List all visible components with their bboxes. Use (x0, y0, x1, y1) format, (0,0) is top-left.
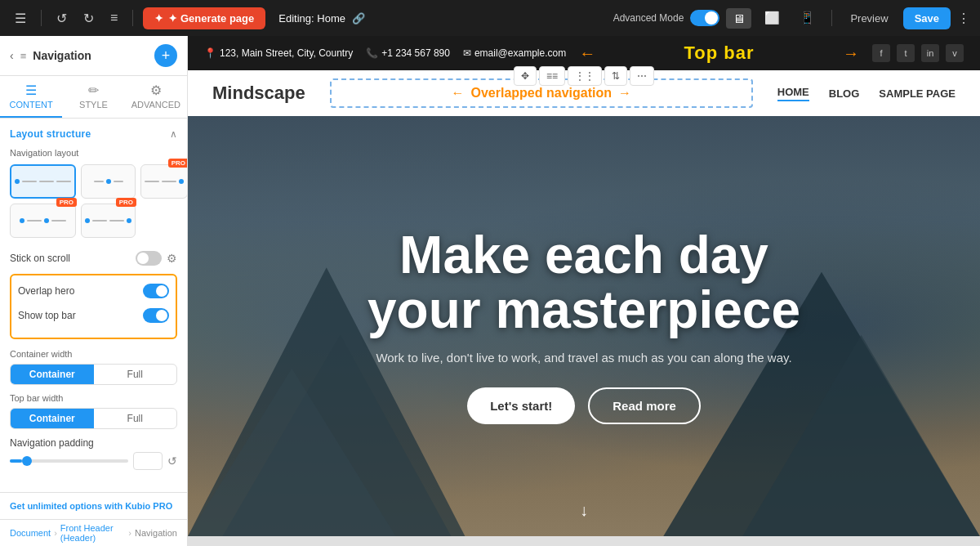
breadcrumb: Document › Front Header (Header) › Navig… (0, 519, 187, 546)
layout-dots-3 (145, 179, 184, 184)
footer-promo-text: Get unlimited options with Kubio PRO (10, 501, 177, 511)
tab-content[interactable]: ☰ CONTENT (0, 76, 62, 118)
advanced-mode-toggle[interactable] (690, 10, 719, 26)
section-collapse-button[interactable]: ∧ (170, 128, 177, 140)
layout-option-4[interactable]: PRO (10, 204, 76, 238)
tab-advanced[interactable]: ⚙ ADVANCED (125, 76, 187, 118)
advanced-mode-label: Advanced Mode (613, 12, 684, 24)
show-top-bar-row: Show top bar (18, 307, 169, 324)
style-tab-label: STYLE (79, 100, 108, 110)
redo-button[interactable]: ↻ (78, 7, 99, 29)
nav-item-blog[interactable]: BLOG (829, 87, 860, 100)
container-width-full[interactable]: Full (94, 365, 177, 384)
breadcrumb-sep-2: › (128, 528, 131, 538)
editing-label: Editing: Home 🔗 (278, 12, 364, 25)
top-bar-width-toggle: Container Full (10, 408, 177, 429)
menu-button[interactable]: ☰ (10, 7, 31, 29)
layout-option-3[interactable]: PRO (140, 164, 187, 199)
linkedin-icon[interactable]: in (921, 44, 939, 62)
facebook-icon[interactable]: f (872, 44, 890, 62)
layout-option-1[interactable] (10, 164, 76, 199)
nav-tb-dots[interactable]: ⋮⋮ (568, 66, 602, 86)
nav-tb-layout[interactable]: ≡≡ (539, 66, 565, 86)
nav-item-sample[interactable]: SAMPLE PAGE (879, 87, 956, 100)
top-bar-width-container[interactable]: Container (11, 409, 94, 428)
site-logo: Mindscape (212, 83, 305, 104)
topbar-title: Top bar (608, 43, 830, 64)
top-bar-width-label: Top bar width (10, 393, 177, 403)
dot-4-1 (20, 218, 24, 223)
tab-style[interactable]: ✏ STYLE (62, 76, 124, 118)
advanced-tab-icon: ⚙ (150, 83, 162, 98)
phone-icon: 📞 (366, 47, 378, 59)
nav-item-home[interactable]: HOME (777, 86, 809, 101)
more-options-button[interactable]: ⋮ (957, 11, 970, 26)
breadcrumb-document[interactable]: Document (10, 528, 51, 538)
email-icon: ✉ (463, 47, 471, 59)
show-top-bar-toggle[interactable] (143, 308, 169, 323)
layout-dots-4 (20, 218, 66, 223)
logo-dot (15, 179, 20, 184)
overlap-hero-label: Overlap hero (18, 285, 74, 297)
dot-4-2 (44, 218, 49, 223)
nav-padding-slider-row: ↺ (10, 452, 177, 470)
mobile-view-button[interactable]: 📱 (793, 7, 822, 29)
stick-on-scroll-row: Stick on scroll ⚙ (10, 249, 177, 267)
topbar-contact: 📍 123, Main Street, City, Country 📞 +1 2… (204, 47, 566, 59)
nav-items: HOME BLOG SAMPLE PAGE (777, 86, 956, 101)
twitter-icon[interactable]: t (897, 44, 915, 62)
stick-on-scroll-label: Stick on scroll (10, 253, 70, 264)
sidebar-back-button[interactable]: ‹ (10, 49, 14, 62)
layout-dots-1 (15, 179, 71, 184)
tablet-view-button[interactable]: ⬜ (758, 7, 786, 29)
nav-tb-arrows[interactable]: ⇅ (604, 66, 627, 86)
hero-scroll-arrow[interactable]: ↓ (580, 501, 588, 520)
right-logo-dot (179, 179, 184, 184)
topbar-social: f t in v (872, 44, 964, 62)
nav-padding-track[interactable] (10, 459, 128, 463)
nav-padding-label: Navigation padding (10, 437, 177, 449)
line-5-1 (92, 220, 107, 222)
vimeo-icon[interactable]: v (946, 44, 964, 62)
top-toolbar: ☰ ↺ ↻ ≡ ✦ ✦ Generate page Editing: Home … (0, 0, 980, 36)
layout-dots-5 (85, 218, 131, 223)
container-width-container[interactable]: Container (11, 365, 94, 384)
location-icon: 📍 (204, 47, 216, 59)
preview-button[interactable]: Preview (842, 7, 896, 29)
breadcrumb-front-header[interactable]: Front Header (Header) (60, 523, 126, 543)
nav-sm-line-2 (114, 181, 123, 182)
stick-on-scroll-toggle[interactable] (136, 251, 162, 266)
layout-option-2[interactable] (81, 164, 136, 199)
canvas-area: 📍 123, Main Street, City, Country 📞 +1 2… (188, 36, 980, 546)
site-topbar: 📍 123, Main Street, City, Country 📞 +1 2… (188, 36, 980, 70)
pro-badge-3: PRO (168, 159, 187, 168)
stick-on-scroll-settings[interactable]: ⚙ (167, 252, 177, 265)
layout-structure-section: Layout structure ∧ (10, 128, 177, 140)
undo-button[interactable]: ↺ (51, 7, 72, 29)
slider-thumb[interactable] (22, 456, 32, 466)
main-layout: ‹ ≡ Navigation + ☰ CONTENT ✏ STYLE ⚙ ADV… (0, 36, 980, 546)
layout-option-5[interactable]: PRO (81, 204, 136, 238)
overlap-hero-toggle[interactable] (143, 284, 169, 298)
overlap-arrow-right: → (618, 86, 631, 101)
history-button[interactable]: ≡ (105, 7, 122, 29)
nav-toolbar: ✥ ≡≡ ⋮⋮ ⇅ ⋯ (514, 66, 654, 86)
desktop-view-button[interactable]: 🖥 (726, 8, 751, 29)
site-nav: Mindscape ✥ ≡≡ ⋮⋮ ⇅ ⋯ ← Overlapped navig… (188, 70, 980, 116)
overlap-settings-box: Overlap hero Show top bar (10, 274, 177, 339)
layout-dots-2 (94, 179, 123, 184)
topbar-email: ✉ email@example.com (463, 47, 566, 59)
nav-tb-move[interactable]: ✥ (514, 66, 537, 86)
hero-read-more-button[interactable]: Read more (588, 387, 701, 424)
nav-tb-more[interactable]: ⋯ (630, 66, 654, 86)
nav-padding-value[interactable] (133, 452, 163, 470)
left-sidebar: ‹ ≡ Navigation + ☰ CONTENT ✏ STYLE ⚙ ADV… (0, 36, 188, 546)
content-tab-icon: ☰ (25, 83, 37, 98)
site-hero: Make each day your masterpiece Work to l… (188, 116, 980, 536)
top-bar-width-full[interactable]: Full (94, 409, 177, 428)
generate-page-button[interactable]: ✦ ✦ Generate page (143, 7, 265, 29)
save-button[interactable]: Save (903, 7, 951, 29)
hero-start-button[interactable]: Let's start! (467, 387, 575, 424)
sidebar-add-button[interactable]: + (154, 44, 177, 67)
slider-reset-button[interactable]: ↺ (167, 454, 177, 468)
